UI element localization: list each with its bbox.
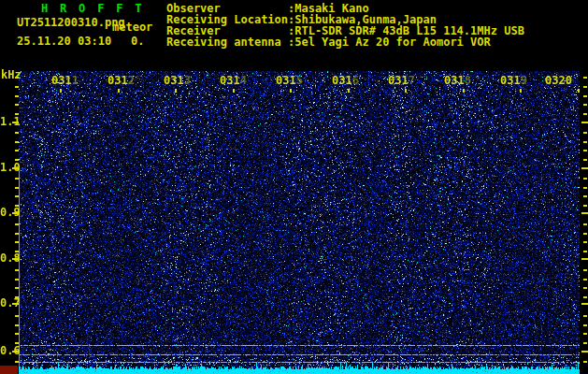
freq-minor-tick-right bbox=[583, 324, 587, 326]
freq-major-tick-right bbox=[581, 212, 588, 214]
freq-label: 1.0 bbox=[0, 162, 21, 174]
freq-minor-tick-right bbox=[583, 187, 587, 189]
freq-unit-label: kHz bbox=[1, 69, 22, 80]
freq-major-tick-left bbox=[12, 212, 19, 214]
freq-minor-tick-right bbox=[583, 333, 587, 335]
filename-label: UT2511200310.png bbox=[17, 17, 125, 28]
freq-minor-tick-right bbox=[583, 233, 587, 235]
freq-major-tick-right bbox=[581, 122, 588, 123]
freq-major-tick-right bbox=[581, 351, 588, 352]
counter-label: 0. bbox=[131, 36, 144, 47]
freq-minor-tick-right bbox=[583, 287, 587, 289]
freq-major-tick-right bbox=[581, 258, 588, 260]
freq-minor-tick-right bbox=[583, 132, 587, 134]
freq-label: 0.6 bbox=[0, 345, 21, 357]
freq-major-tick-left bbox=[12, 303, 19, 305]
freq-label: 0.8 bbox=[0, 252, 21, 265]
freq-minor-tick-right bbox=[583, 150, 587, 151]
freq-major-tick-left bbox=[12, 167, 19, 169]
freq-label: 1.1 bbox=[0, 116, 21, 128]
freq-minor-tick-right bbox=[583, 223, 587, 225]
freq-minor-tick-right bbox=[583, 205, 587, 207]
freq-minor-tick-right bbox=[583, 251, 587, 252]
freq-minor-tick-right bbox=[583, 195, 587, 197]
spectrogram-canvas bbox=[19, 71, 580, 374]
freq-major-tick-right bbox=[581, 167, 588, 169]
field-value-antenna: :5el Yagi Az 20 for Aomori VOR bbox=[288, 36, 491, 48]
freq-minor-tick-right bbox=[583, 342, 587, 344]
freq-major-tick-left bbox=[12, 351, 19, 352]
freq-minor-tick-right bbox=[583, 315, 587, 317]
freq-minor-tick-right bbox=[583, 241, 587, 243]
freq-minor-tick-right bbox=[583, 104, 587, 106]
freq-major-tick-right bbox=[581, 303, 588, 305]
freq-label: 0.7 bbox=[0, 297, 21, 309]
freq-minor-tick-right bbox=[583, 113, 587, 115]
freq-minor-tick-right bbox=[583, 86, 587, 88]
freq-minor-tick-right bbox=[583, 77, 587, 79]
freq-minor-tick-right bbox=[583, 296, 587, 298]
signal-meter-block bbox=[0, 366, 18, 374]
freq-minor-tick-right bbox=[583, 95, 587, 97]
mode-label: meteor bbox=[112, 22, 152, 33]
freq-minor-tick-right bbox=[583, 141, 587, 143]
freq-minor-tick-right bbox=[583, 279, 587, 280]
app-title: H R O F F T bbox=[41, 3, 144, 14]
hrofft-window: H R O F F T UT2511200310.png meteor 25.1… bbox=[0, 0, 588, 374]
freq-major-tick-left bbox=[12, 122, 19, 123]
freq-minor-tick-right bbox=[583, 159, 587, 161]
freq-minor-tick-right bbox=[583, 269, 587, 271]
field-label-antenna: Receiving antenna bbox=[166, 36, 281, 48]
freq-minor-tick-right bbox=[583, 178, 587, 180]
freq-label: 0.9 bbox=[0, 207, 21, 219]
datetime-label: 25.11.20 03:10 bbox=[17, 36, 111, 47]
freq-major-tick-left bbox=[12, 258, 19, 260]
freq-minor-tick-right bbox=[583, 361, 587, 363]
